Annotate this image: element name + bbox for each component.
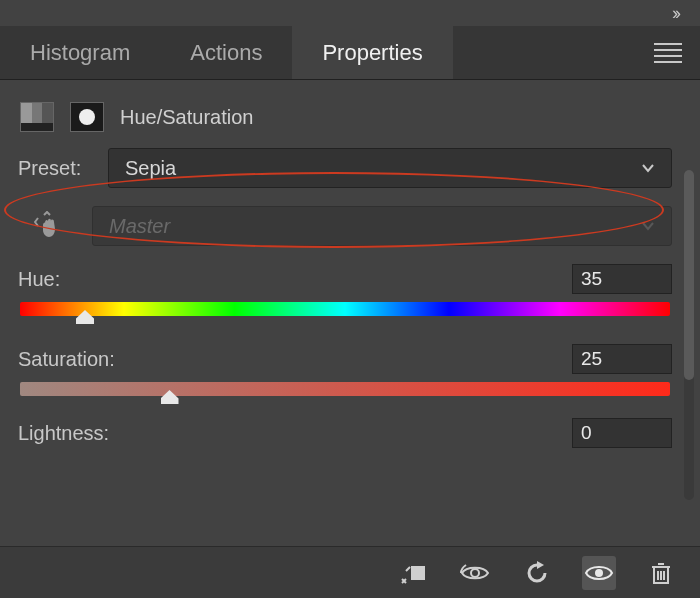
saturation-thumb[interactable]	[161, 390, 179, 404]
chevron-down-icon	[641, 161, 655, 175]
clip-to-layer-icon[interactable]	[396, 556, 430, 590]
hue-value-input[interactable]	[572, 264, 672, 294]
saturation-track[interactable]	[20, 382, 670, 396]
saturation-label: Saturation:	[18, 348, 115, 371]
hue-track[interactable]	[20, 302, 670, 316]
hue-label: Hue:	[18, 268, 60, 291]
preset-row: Preset: Sepia	[18, 148, 672, 188]
lightness-label: Lightness:	[18, 422, 109, 445]
hue-slider: Hue:	[18, 264, 672, 316]
tab-label: Histogram	[30, 40, 130, 66]
svg-point-2	[595, 569, 603, 577]
properties-panel: ›› Histogram Actions Properties Hue/Satu…	[0, 0, 700, 598]
panel-body: Preset: Sepia Master	[0, 144, 700, 448]
panel-menu-icon[interactable]	[654, 26, 682, 80]
scrubby-hand-icon[interactable]	[30, 211, 68, 241]
lightness-value-input[interactable]	[572, 418, 672, 448]
preset-value: Sepia	[125, 157, 176, 180]
expand-right-icon[interactable]: ››	[672, 3, 678, 24]
tab-histogram[interactable]: Histogram	[0, 26, 160, 79]
tab-actions[interactable]: Actions	[160, 26, 292, 79]
preset-dropdown[interactable]: Sepia	[108, 148, 672, 188]
view-previous-state-icon[interactable]	[458, 556, 492, 590]
lightness-row: Lightness:	[18, 418, 672, 448]
hue-saturation-icon[interactable]	[20, 102, 54, 132]
toggle-visibility-icon[interactable]	[582, 556, 616, 590]
chevron-down-icon	[641, 219, 655, 233]
tab-label: Actions	[190, 40, 262, 66]
saturation-value-input[interactable]	[572, 344, 672, 374]
layer-mask-icon[interactable]	[70, 102, 104, 132]
channel-row: Master	[30, 206, 672, 246]
svg-point-1	[471, 569, 479, 577]
delete-icon[interactable]	[644, 556, 678, 590]
preset-label: Preset:	[18, 157, 108, 180]
channel-value: Master	[109, 215, 170, 238]
tab-properties[interactable]: Properties	[292, 26, 452, 79]
svg-rect-0	[411, 566, 425, 580]
adjustment-title: Hue/Saturation	[120, 106, 253, 129]
channel-dropdown[interactable]: Master	[92, 206, 672, 246]
panel-topbar: ››	[0, 0, 700, 26]
panel-footer	[0, 546, 700, 598]
tab-label: Properties	[322, 40, 422, 66]
panel-scrollbar[interactable]	[684, 170, 694, 500]
reset-icon[interactable]	[520, 556, 554, 590]
adjustment-header: Hue/Saturation	[0, 80, 700, 144]
tab-row: Histogram Actions Properties	[0, 26, 700, 80]
hue-thumb[interactable]	[76, 310, 94, 324]
scrollbar-handle[interactable]	[684, 170, 694, 380]
saturation-slider: Saturation:	[18, 344, 672, 396]
